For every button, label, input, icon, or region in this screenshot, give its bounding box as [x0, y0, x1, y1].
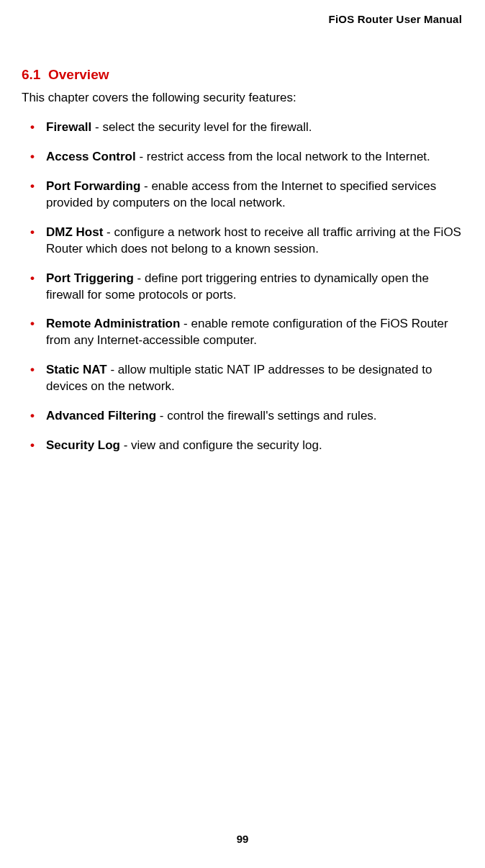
feature-term: Remote Administration: [46, 317, 180, 330]
feature-list: Firewall - select the security level for…: [22, 119, 463, 454]
feature-term: Access Control: [46, 150, 136, 163]
feature-term: Port Forwarding: [46, 179, 140, 193]
list-item: Static NAT - allow multiple static NAT I…: [30, 362, 463, 395]
list-item: Advanced Filtering - control the firewal…: [30, 408, 463, 425]
feature-desc: - configure a network host to receive al…: [46, 225, 461, 256]
list-item: Remote Administration - enable remote co…: [30, 316, 463, 349]
feature-term: Static NAT: [46, 363, 107, 376]
list-item: Access Control - restrict access from th…: [30, 149, 463, 166]
feature-term: Port Triggering: [46, 271, 134, 285]
section-heading: 6.1 Overview: [22, 67, 463, 83]
page-header-title: FiOS Router User Manual: [22, 13, 463, 25]
page-number: 99: [0, 833, 485, 845]
section-number: 6.1: [22, 67, 40, 82]
document-page: FiOS Router User Manual 6.1 Overview Thi…: [0, 0, 485, 868]
feature-term: Security Log: [46, 438, 120, 452]
list-item: Port Forwarding - enable access from the…: [30, 178, 463, 212]
feature-desc: - control the firewall's settings and ru…: [156, 409, 377, 422]
section-title: Overview: [48, 67, 109, 82]
feature-term: Firewall: [46, 120, 91, 134]
list-item: Port Triggering - define port triggering…: [30, 271, 463, 304]
feature-desc: - select the security level for the fire…: [91, 120, 312, 134]
feature-term: Advanced Filtering: [46, 409, 156, 422]
feature-desc: - view and configure the security log.: [120, 438, 322, 452]
intro-paragraph: This chapter covers the following securi…: [22, 90, 463, 107]
feature-desc: - restrict access from the local network…: [136, 150, 430, 163]
list-item: DMZ Host - configure a network host to r…: [30, 225, 463, 258]
list-item: Firewall - select the security level for…: [30, 119, 463, 136]
feature-term: DMZ Host: [46, 225, 103, 239]
list-item: Security Log - view and configure the se…: [30, 438, 463, 454]
